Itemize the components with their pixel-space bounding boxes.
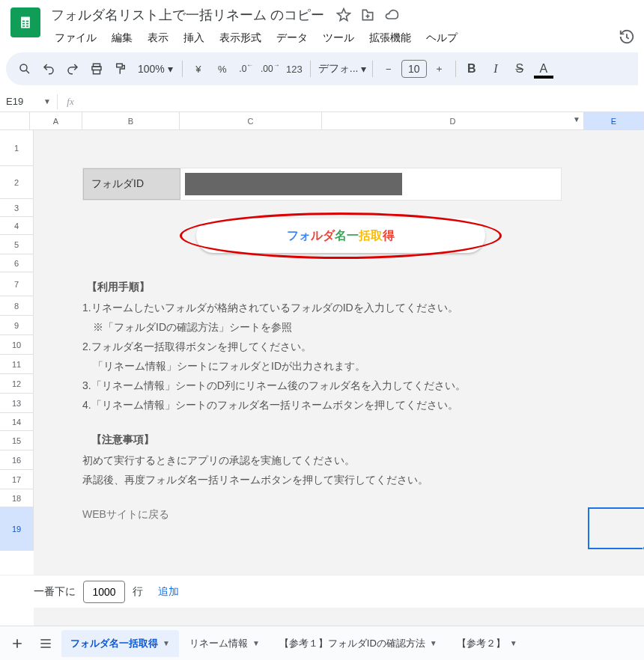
chevron-down-icon[interactable]: ▼ [162,639,170,647]
chevron-down-icon[interactable]: ▼ [510,639,517,647]
italic-button[interactable]: I [484,58,507,80]
strikethrough-button[interactable]: S [508,58,531,80]
percent-button[interactable]: % [211,58,234,80]
chevron-down-icon[interactable]: ▼ [252,639,260,647]
addrows-suffix: 行 [133,585,143,599]
sheet-tab-label: リネーム情報 [189,637,248,650]
instructions: 【利用手順】 1.リネームしたいフォルダが格納されているフォルダのIDを入力して… [82,277,466,489]
step-2: ※「フォルダIDの確認方法」シートを参照 [82,317,466,337]
folder-id-value[interactable] [185,173,402,195]
sheet-tab[interactable]: フォルダ名一括取得▼ [61,630,179,657]
step-4: 「リネーム情報」シートにフォルダとIDが出力されます。 [82,356,466,376]
undo-icon[interactable] [37,58,60,80]
row-19[interactable]: 19 [0,507,34,551]
select-all-corner[interactable] [0,112,30,130]
add-rows-bar: 一番下に 行 追加 [0,575,644,608]
row-5[interactable]: 5 [0,235,34,254]
notes-header: 【注意事項】 [82,430,466,449]
menu-挿入[interactable]: 挿入 [177,28,211,48]
step-3: 2.フォルダ名一括取得ボタンを押してください。 [82,337,466,356]
bold-button[interactable]: B [461,58,483,80]
row-9[interactable]: 9 [0,316,34,335]
menu-表示形式[interactable]: 表示形式 [213,28,268,48]
col-B[interactable]: B [82,112,180,129]
chevron-down-icon: ▾ [361,63,366,75]
row-2[interactable]: 2 [0,166,34,199]
font-size-increase[interactable]: ＋ [428,58,451,80]
row-13[interactable]: 13 [0,394,34,413]
svg-point-0 [20,64,27,71]
move-icon[interactable] [360,7,375,22]
decrease-decimal-button[interactable]: .0← [235,58,258,80]
row-12[interactable]: 12 [0,374,34,394]
menu-データ[interactable]: データ [270,28,315,48]
menu-ヘルプ[interactable]: ヘルプ [419,28,464,48]
menu-拡張機能[interactable]: 拡張機能 [362,28,418,48]
menu-表示[interactable]: 表示 [141,28,175,48]
zoom-select[interactable]: 100%▾ [133,63,177,75]
row-16[interactable]: 16 [0,450,34,470]
folder-id-label: フォルダID [83,168,180,200]
menu-ファイル[interactable]: ファイル [48,28,103,48]
currency-button[interactable]: ¥ [187,58,210,80]
sheet-tab-label: 【参考１】フォルダIDの確認方法 [279,637,425,650]
add-sheet-button[interactable] [4,631,30,656]
name-box[interactable]: E19 ▼ [0,96,57,107]
active-cell-outline [588,507,644,549]
fetch-folder-names-button[interactable]: フォルダ名一括取得 [196,219,485,253]
svg-rect-3 [117,64,123,67]
increase-decimal-button[interactable]: .00→ [259,58,282,80]
all-sheets-button[interactable] [33,631,58,656]
addrows-input[interactable] [83,581,125,603]
row-17[interactable]: 17 [0,470,34,489]
star-icon[interactable] [336,7,351,22]
row-4[interactable]: 4 [0,217,34,235]
print-icon[interactable] [85,58,108,80]
sheet-tab[interactable]: 【参考２】▼ [448,630,526,657]
search-icon[interactable] [13,58,36,80]
sheets-logo[interactable] [10,7,40,37]
number-format-button[interactable]: 123 [283,58,306,80]
cloud-status-icon[interactable] [384,7,399,22]
row-14[interactable]: 14 [0,413,34,431]
folder-id-row: フォルダID [82,168,562,201]
row-3[interactable]: 3 [0,199,34,217]
col-E[interactable]: E [584,112,644,129]
sheet-tab[interactable]: リネーム情報▼ [180,630,269,657]
row-15[interactable]: 15 [0,431,34,450]
row-18[interactable]: 18 [0,489,34,507]
step-1: 1.リネームしたいフォルダが格納されているフォルダのIDを入力してください。 [82,298,466,317]
font-select[interactable]: デフォ...▾ [315,62,368,76]
col-dropdown-icon[interactable]: ▼ [573,115,580,123]
text-color-button[interactable]: A [532,58,555,80]
history-icon[interactable] [617,27,637,46]
sheet-tab[interactable]: 【参考１】フォルダIDの確認方法▼ [270,630,446,657]
redo-icon[interactable] [61,58,84,80]
row-6[interactable]: 6 [0,254,34,272]
fx-icon: fx [58,96,83,108]
col-C[interactable]: C [180,112,322,129]
row-11[interactable]: 11 [0,355,34,374]
font-size-decrease[interactable]: − [377,58,400,80]
chevron-down-icon: ▼ [43,97,51,106]
menu-bar: ファイル編集表示挿入表示形式データツール拡張機能ヘルプ [48,28,634,48]
web-link[interactable]: WEBサイトに戻る [82,508,169,522]
row-10[interactable]: 10 [0,335,34,355]
usage-header: 【利用手順】 [82,277,466,296]
chevron-down-icon[interactable]: ▼ [430,639,437,647]
paint-format-icon[interactable] [109,58,132,80]
svg-rect-2 [94,70,100,74]
menu-ツール[interactable]: ツール [316,28,361,48]
doc-title[interactable]: フォルダ名リスト上で一括リネーム のコピー [48,4,327,25]
addrows-button[interactable]: 追加 [151,581,186,603]
chevron-down-icon: ▾ [168,63,173,75]
row-8[interactable]: 8 [0,296,34,316]
zoom-value: 100% [138,63,165,75]
menu-編集[interactable]: 編集 [105,28,139,48]
col-D[interactable]: D▼ [322,112,584,129]
col-A[interactable]: A [30,112,82,129]
row-7[interactable]: 7 [0,272,34,296]
formula-bar[interactable] [83,91,644,111]
font-size-input[interactable]: 10 [401,60,427,78]
row-1[interactable]: 1 [0,130,34,166]
